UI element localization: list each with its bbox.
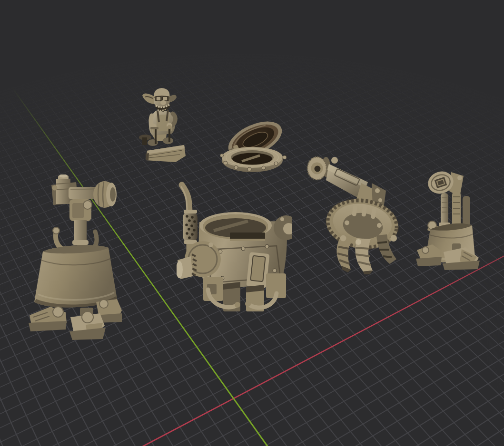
model-walker-leg-right[interactable] — [416, 168, 483, 271]
claw-fingers — [336, 234, 397, 274]
viewport-3d[interactable] — [0, 0, 504, 446]
model-walker-leg-left[interactable] — [29, 175, 123, 340]
models-layer — [0, 0, 504, 446]
goblin-pilot-art — [135, 85, 189, 167]
model-claw-arm[interactable] — [305, 154, 407, 274]
claw-art — [305, 154, 407, 274]
goblin-head — [142, 88, 177, 112]
model-hatch-lid[interactable] — [215, 120, 289, 175]
hatch-ring — [222, 147, 283, 172]
walker-right-art — [416, 168, 483, 271]
model-goblin-pilot[interactable] — [135, 85, 189, 167]
hatch-art — [215, 120, 289, 175]
walker-bell-skirt — [34, 245, 117, 307]
boiler-art — [177, 170, 292, 316]
goblin-base-block — [146, 145, 186, 162]
goblin-goggles — [155, 96, 169, 101]
model-boiler-pot[interactable] — [177, 170, 292, 316]
walker-left-art — [29, 175, 123, 340]
